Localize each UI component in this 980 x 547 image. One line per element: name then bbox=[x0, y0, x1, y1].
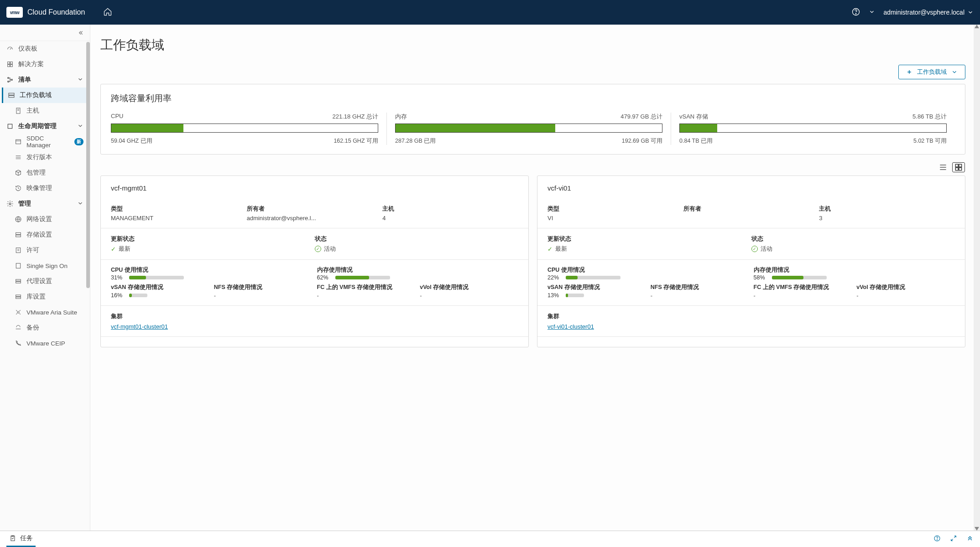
svg-rect-23 bbox=[16, 297, 21, 299]
home-icon[interactable] bbox=[103, 7, 112, 18]
chevron-down-icon bbox=[77, 76, 83, 84]
help-icon[interactable] bbox=[851, 7, 860, 18]
plus-icon: ＋ bbox=[906, 68, 912, 76]
sidebar-item-solutions[interactable]: 解决方案 bbox=[0, 57, 90, 72]
sidebar-group-lifecycle[interactable]: 生命周期管理 bbox=[0, 119, 90, 134]
sidebar-item-licensing[interactable]: 许可 bbox=[0, 243, 90, 258]
window-icon bbox=[15, 138, 22, 145]
cluster-link[interactable]: vcf-vi01-cluster01 bbox=[547, 323, 594, 330]
main-area: 工作负载域 ＋ 工作负载域 跨域容量利用率 CPU221.18 GHZ 总计 5… bbox=[90, 25, 980, 531]
tasks-tab[interactable]: 任务 bbox=[6, 531, 36, 547]
svg-rect-20 bbox=[16, 279, 21, 281]
domain-card-mgmt[interactable]: vcf-mgmt01 类型MANAGEMENT 所有者administrator… bbox=[100, 175, 529, 347]
card-title: vcf-vi01 bbox=[547, 184, 955, 192]
expand-icon[interactable] bbox=[950, 535, 957, 543]
sidebar-item-backup[interactable]: 备份 bbox=[0, 320, 90, 335]
package-icon bbox=[15, 169, 22, 176]
gauge-icon bbox=[6, 45, 14, 52]
usage-bar-vsan bbox=[566, 294, 584, 297]
main-scrollbar[interactable] bbox=[974, 25, 980, 531]
depot-icon bbox=[15, 293, 22, 300]
usage-bar-cpu bbox=[129, 276, 184, 279]
cycle-icon bbox=[6, 123, 14, 130]
usage-bar-cpu bbox=[566, 276, 620, 279]
svg-point-31 bbox=[937, 540, 937, 540]
backup-icon bbox=[15, 324, 22, 331]
svg-point-6 bbox=[8, 77, 9, 79]
sidebar-item-image-mgmt[interactable]: 映像管理 bbox=[0, 181, 90, 196]
svg-rect-13 bbox=[16, 139, 21, 144]
svg-point-24 bbox=[17, 311, 19, 313]
proxy-icon bbox=[15, 278, 22, 285]
svg-rect-27 bbox=[955, 168, 958, 170]
sidebar-item-depot-settings[interactable]: 库设置 bbox=[0, 289, 90, 304]
brand-badge: vmw bbox=[6, 7, 23, 18]
top-bar: vmw Cloud Foundation administrator@vsphe… bbox=[0, 0, 980, 25]
sidebar-item-releases[interactable]: 发行版本 bbox=[0, 150, 90, 165]
help-icon[interactable] bbox=[933, 535, 941, 543]
sidebar-item-workload-domains[interactable]: 工作负载域 bbox=[2, 88, 90, 103]
domain-card-vi[interactable]: vcf-vi01 类型VI 所有者 主机3 更新状态 ✓最新 状态 bbox=[537, 175, 965, 347]
sidebar-collapse[interactable] bbox=[0, 25, 90, 41]
svg-rect-3 bbox=[10, 62, 13, 64]
sidebar-item-dashboard[interactable]: 仪表板 bbox=[0, 41, 90, 57]
clipboard-icon bbox=[9, 535, 16, 542]
grid-view-button[interactable] bbox=[953, 163, 964, 172]
user-name: administrator@vsphere.local bbox=[883, 9, 964, 16]
capacity-bar-cpu bbox=[111, 124, 378, 133]
network-icon bbox=[15, 216, 22, 223]
svg-rect-21 bbox=[16, 282, 21, 283]
help-dropdown-icon[interactable] bbox=[869, 9, 875, 16]
usage-bar-mem bbox=[772, 276, 827, 279]
svg-rect-22 bbox=[16, 295, 21, 296]
new-badge: 新 bbox=[74, 138, 83, 145]
sidebar-item-ceip[interactable]: VMware CEIP bbox=[0, 335, 90, 351]
sidebar-item-sso[interactable]: Single Sign On bbox=[0, 258, 90, 274]
chevron-down-icon bbox=[77, 123, 83, 130]
page-title: 工作负载域 bbox=[100, 36, 965, 54]
sidebar-item-hosts[interactable]: 主机 bbox=[0, 103, 90, 119]
sidebar-item-aria-suite[interactable]: VMware Aria Suite bbox=[0, 304, 90, 320]
svg-rect-17 bbox=[16, 235, 21, 237]
list-view-button[interactable] bbox=[937, 163, 949, 172]
stack-icon bbox=[15, 154, 22, 161]
sidebar-group-admin[interactable]: 管理 bbox=[0, 196, 90, 212]
svg-rect-9 bbox=[9, 93, 14, 95]
capacity-memory: 内存479.97 GB 总计 287.28 GB 已用192.69 GB 可用 bbox=[387, 113, 671, 145]
svg-rect-4 bbox=[8, 65, 10, 67]
sidebar: 仪表板 解决方案 清单 工作负载域 主机 bbox=[0, 25, 90, 531]
sidebar-item-sddc-manager[interactable]: SDDC Manager 新 bbox=[0, 134, 90, 150]
sidebar-item-network-settings[interactable]: 网络设置 bbox=[0, 212, 90, 227]
cluster-link[interactable]: vcf-mgmt01-cluster01 bbox=[111, 323, 168, 330]
sidebar-item-proxy-settings[interactable]: 代理设置 bbox=[0, 274, 90, 289]
add-workload-domain-button[interactable]: ＋ 工作负载域 bbox=[898, 65, 965, 79]
svg-rect-28 bbox=[959, 168, 962, 170]
svg-point-14 bbox=[9, 203, 11, 205]
card-title: vcf-mgmt01 bbox=[111, 184, 518, 192]
user-menu[interactable]: administrator@vsphere.local bbox=[883, 9, 974, 16]
svg-rect-2 bbox=[8, 62, 10, 64]
svg-rect-10 bbox=[9, 96, 14, 98]
host-icon bbox=[15, 107, 22, 114]
capacity-panel-title: 跨域容量利用率 bbox=[111, 93, 955, 104]
usage-bar-mem bbox=[335, 276, 390, 279]
license-icon bbox=[15, 247, 22, 254]
sidebar-scrollbar[interactable] bbox=[86, 42, 90, 288]
sidebar-group-inventory[interactable]: 清单 bbox=[0, 72, 90, 88]
gear-icon bbox=[6, 200, 14, 207]
sidebar-item-package-mgmt[interactable]: 包管理 bbox=[0, 165, 90, 181]
svg-rect-26 bbox=[959, 164, 962, 167]
brand-title: Cloud Foundation bbox=[27, 8, 85, 16]
svg-rect-18 bbox=[16, 248, 20, 253]
capacity-bar-vsan bbox=[679, 124, 947, 133]
sidebar-item-storage-settings[interactable]: 存储设置 bbox=[0, 227, 90, 243]
svg-rect-19 bbox=[16, 263, 20, 268]
list-icon bbox=[938, 163, 948, 172]
collapse-up-icon[interactable] bbox=[966, 535, 974, 543]
capacity-panel: 跨域容量利用率 CPU221.18 GHZ 总计 59.04 GHZ 已用162… bbox=[100, 84, 965, 155]
chevron-down-icon bbox=[77, 200, 83, 208]
svg-rect-16 bbox=[16, 232, 21, 234]
svg-point-7 bbox=[8, 81, 9, 83]
svg-rect-11 bbox=[16, 108, 20, 114]
check-icon: ✓ bbox=[111, 246, 116, 253]
